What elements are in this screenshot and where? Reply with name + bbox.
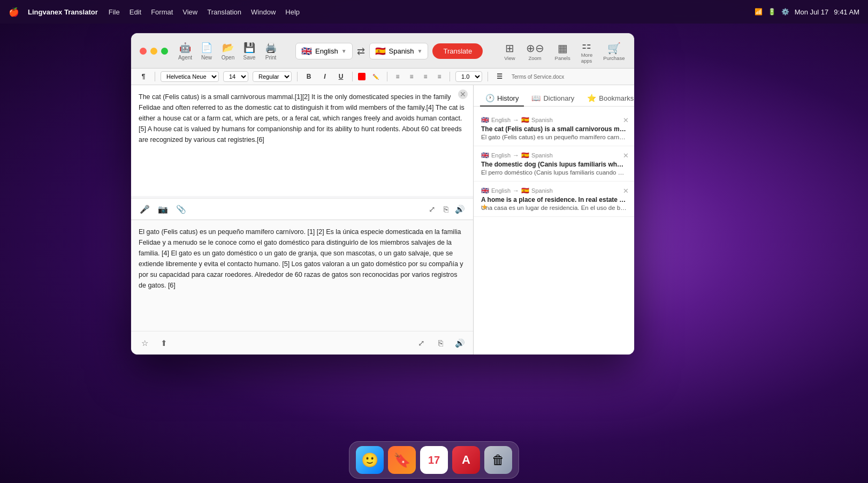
menu-help[interactable]: Help [285, 8, 300, 16]
dock-books[interactable]: 🔖 [388, 446, 416, 474]
tab-dictionary[interactable]: 📖 Dictionary [526, 90, 580, 107]
menu-format[interactable]: Format [151, 8, 173, 16]
text-color-picker[interactable] [358, 73, 366, 80]
target-lang-selector[interactable]: 🇪🇸 Spanish ▼ [369, 43, 429, 59]
menu-translation[interactable]: Translation [207, 8, 241, 16]
expand-output-icon[interactable]: ⤢ [414, 336, 428, 350]
remove-history-1[interactable]: ✕ [623, 116, 629, 124]
apple-menu[interactable]: 🍎 [9, 7, 19, 17]
font-weight-select[interactable]: Regular [253, 71, 292, 82]
speak-output-icon[interactable]: 🔊 [453, 336, 467, 350]
menubar-date: Mon Jul 17 [795, 8, 829, 16]
camera-icon[interactable]: 📷 [156, 202, 170, 216]
history-item[interactable]: 🇬🇧 English → 🇪🇸 Spanish The cat (Felis c… [474, 111, 634, 146]
expand-source-icon[interactable]: ⤢ [425, 202, 439, 216]
star-history-1[interactable]: ☆ [481, 132, 488, 140]
maximize-button[interactable] [161, 48, 168, 55]
view-tool[interactable]: ⊞ View [504, 42, 515, 61]
history-tab-icon: 🕐 [485, 94, 494, 102]
star-history-3[interactable]: ★ [481, 202, 488, 211]
translate-button[interactable]: Translate [432, 43, 483, 59]
swap-languages-button[interactable]: ⇄ [357, 46, 365, 57]
agent-tool[interactable]: 🤖 Agent [178, 42, 193, 61]
books-icon: 🔖 [393, 452, 410, 469]
microphone-icon[interactable]: 🎤 [138, 202, 151, 216]
dock-calendar[interactable]: 17 [420, 446, 448, 474]
remove-history-3[interactable]: ✕ [623, 187, 629, 195]
main-window: 🤖 Agent 📄 New 📂 Open 💾 Save 🖨️ Print 🇬🇧 … [131, 33, 634, 354]
underline-button[interactable]: U [335, 71, 347, 82]
history-item[interactable]: 🇬🇧 English → 🇪🇸 Spanish The domestic dog… [474, 146, 634, 182]
italic-button[interactable]: I [319, 71, 331, 82]
menu-window[interactable]: Window [251, 8, 276, 16]
dictionary-tab-label: Dictionary [543, 94, 574, 102]
align-right-button[interactable]: ≡ [421, 72, 430, 81]
bookmarks-tab-icon: ⭐ [587, 94, 596, 102]
history-list: 🇬🇧 English → 🇪🇸 Spanish The cat (Felis c… [474, 107, 634, 354]
minimize-button[interactable] [150, 48, 157, 55]
font-size-select[interactable]: 14 [223, 71, 248, 82]
font-family-select[interactable]: Helvetica Neue [161, 71, 219, 82]
print-tool[interactable]: 🖨️ Print [263, 42, 278, 61]
dock-finder[interactable]: 🙂 [356, 446, 384, 474]
source-toolbar: 🎤 📷 📎 ⤢ ⎘ 🔊 [131, 198, 473, 220]
menu-view[interactable]: View [182, 8, 197, 16]
clear-source-button[interactable]: ✕ [458, 89, 468, 99]
bookmarks-tab-label: Bookmarks [599, 94, 634, 102]
tab-history[interactable]: 🕐 History [480, 90, 524, 107]
format-sep-5 [450, 72, 450, 81]
open-tool[interactable]: 📂 Open [220, 42, 235, 61]
save-tool[interactable]: 💾 Save [242, 42, 257, 61]
history-target-text-1: El gato (Felis catus) es un pequeño mamí… [481, 134, 627, 140]
dictionary-tab-icon: 📖 [531, 94, 540, 102]
textsoap-icon: A [462, 453, 470, 467]
remove-history-2[interactable]: ✕ [623, 152, 629, 160]
paragraph-icon[interactable]: ¶ [138, 71, 149, 82]
zoom-tool[interactable]: ⊕⊖ Zoom [526, 42, 544, 61]
star-history-2[interactable]: ☆ [481, 167, 488, 176]
menu-edit[interactable]: Edit [130, 8, 141, 16]
line-spacing-select[interactable]: 1.0 [455, 71, 482, 82]
source-lang-selector[interactable]: 🇬🇧 English ▼ [295, 43, 353, 59]
copy-output-icon[interactable]: ⎘ [433, 336, 447, 350]
source-text-input[interactable] [131, 85, 473, 196]
panels-icon: ▦ [558, 42, 568, 55]
align-left-button[interactable]: ≡ [393, 72, 402, 81]
source-lang-chevron: ▼ [341, 48, 347, 54]
history-item[interactable]: 🇬🇧 English → 🇪🇸 Spanish A home is a plac… [474, 182, 634, 217]
battery-icon: 🔋 [768, 8, 776, 16]
control-icon: ⚙️ [781, 8, 789, 16]
bold-button[interactable]: B [303, 71, 315, 82]
dock-textsoap[interactable]: A [452, 446, 480, 474]
purchase-icon: 🛒 [607, 42, 621, 55]
history-target-text-2: El perro doméstico (Canis lupus familiar… [481, 169, 627, 176]
right-panel: 🕐 History 📖 Dictionary ⭐ Bookmarks [474, 85, 634, 354]
dock-trash[interactable]: 🗑 [484, 446, 512, 474]
file-label: Terms of Service.docx [512, 74, 564, 80]
list-button[interactable]: ☰ [493, 71, 505, 82]
close-button[interactable] [140, 48, 147, 55]
more-apps-tool[interactable]: ⚏ More apps [581, 39, 593, 64]
tab-bookmarks[interactable]: ⭐ Bookmarks [582, 90, 634, 107]
view-label: View [504, 55, 515, 61]
purchase-tool[interactable]: 🛒 Purchase [603, 42, 625, 61]
share-output-icon[interactable]: ⬆ [157, 336, 171, 350]
bookmark-output-icon[interactable]: ☆ [138, 336, 151, 350]
save-icon: 💾 [242, 42, 257, 54]
copy-source-icon[interactable]: ⎘ [439, 202, 453, 216]
format-sep-4 [387, 72, 387, 81]
highlight-button[interactable]: ✏️ [370, 71, 382, 82]
format-sep-6 [488, 72, 488, 81]
align-center-button[interactable]: ≡ [407, 72, 416, 81]
source-lang-label: English [315, 47, 338, 55]
panels-tool[interactable]: ▦ Panels [555, 42, 570, 61]
target-flag: 🇪🇸 [375, 46, 386, 56]
speak-source-icon[interactable]: 🔊 [453, 202, 467, 216]
attachment-icon[interactable]: 📎 [174, 202, 188, 216]
history-item-langs: 🇬🇧 English → 🇪🇸 Spanish [481, 116, 627, 124]
history-item-langs: 🇬🇧 English → 🇪🇸 Spanish [481, 152, 627, 159]
menu-file[interactable]: File [109, 8, 120, 16]
new-tool[interactable]: 📄 New [199, 42, 214, 61]
align-justify-button[interactable]: ≡ [435, 72, 444, 81]
menubar-time: 9:41 AM [834, 8, 859, 16]
